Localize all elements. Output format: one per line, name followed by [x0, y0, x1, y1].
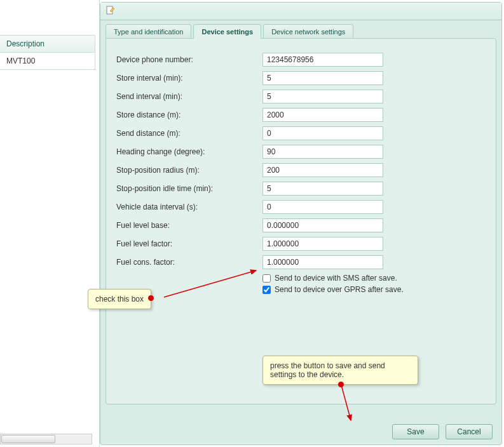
send-interval-input[interactable] — [262, 90, 383, 103]
field-label: Store distance (m): — [116, 110, 262, 119]
callout-anchor — [148, 295, 154, 301]
field-label: Vehicle data interval (s): — [116, 203, 262, 211]
save-button[interactable]: Save — [392, 424, 439, 439]
store-distance-input[interactable] — [262, 108, 383, 122]
field-label: Send interval (min): — [116, 92, 262, 101]
tab-content: Device phone number: Store interval (min… — [106, 38, 496, 404]
field-label: Stop-position radius (m): — [116, 166, 262, 175]
field-label: Device phone number: — [116, 55, 262, 64]
fuel-level-factor-input[interactable] — [262, 237, 383, 251]
field-label: Fuel level factor: — [116, 239, 262, 248]
toolbar — [100, 3, 501, 20]
document-edit-icon[interactable] — [106, 5, 116, 17]
heading-change-input[interactable] — [262, 145, 383, 159]
field-label: Stop-position idle time (min): — [116, 184, 262, 193]
annotation-callout: press the button to save and send settin… — [262, 356, 418, 385]
sidebar: Description MVT100 — [0, 0, 100, 447]
callout-anchor — [338, 382, 344, 387]
fuel-level-base-input[interactable] — [262, 218, 383, 232]
cancel-button[interactable]: Cancel — [446, 424, 493, 439]
vehicle-data-interval-input[interactable] — [262, 200, 383, 214]
send-sms-checkbox[interactable] — [262, 274, 271, 283]
stop-radius-input[interactable] — [262, 163, 383, 177]
tab-type-identification[interactable]: Type and identification — [106, 24, 191, 39]
field-label: Heading change (degree): — [116, 147, 262, 156]
field-label: Fuel cons. factor: — [116, 258, 262, 267]
send-gprs-checkbox[interactable] — [262, 286, 271, 294]
checkbox-label: Send to device over GPRS after save. — [275, 285, 404, 294]
button-bar: Save Cancel — [392, 424, 493, 439]
tab-device-network-settings[interactable]: Device network settings — [263, 24, 353, 39]
field-label: Send distance (m): — [116, 129, 262, 138]
stop-idle-input[interactable] — [262, 182, 383, 196]
field-label: Fuel level base: — [116, 221, 262, 230]
sidebar-header: Description — [0, 35, 95, 53]
scrollbar-thumb[interactable] — [1, 435, 55, 443]
tab-device-settings[interactable]: Device settings — [193, 24, 261, 39]
callout-text: press the button to save and send settin… — [270, 361, 385, 379]
horizontal-scrollbar[interactable] — [0, 434, 92, 444]
callout-text: check this box — [95, 295, 144, 304]
tab-bar: Type and identification Device settings … — [100, 20, 501, 39]
fuel-cons-factor-input[interactable] — [262, 255, 383, 269]
send-distance-input[interactable] — [262, 126, 383, 140]
device-phone-input[interactable] — [262, 53, 383, 67]
store-interval-input[interactable] — [262, 71, 383, 85]
sidebar-list: MVT100 — [0, 53, 95, 70]
field-label: Store interval (min): — [116, 74, 262, 83]
checkbox-label: Send to device with SMS after save. — [275, 274, 397, 283]
list-item[interactable]: MVT100 — [0, 53, 95, 69]
annotation-callout: check this box — [88, 289, 151, 309]
